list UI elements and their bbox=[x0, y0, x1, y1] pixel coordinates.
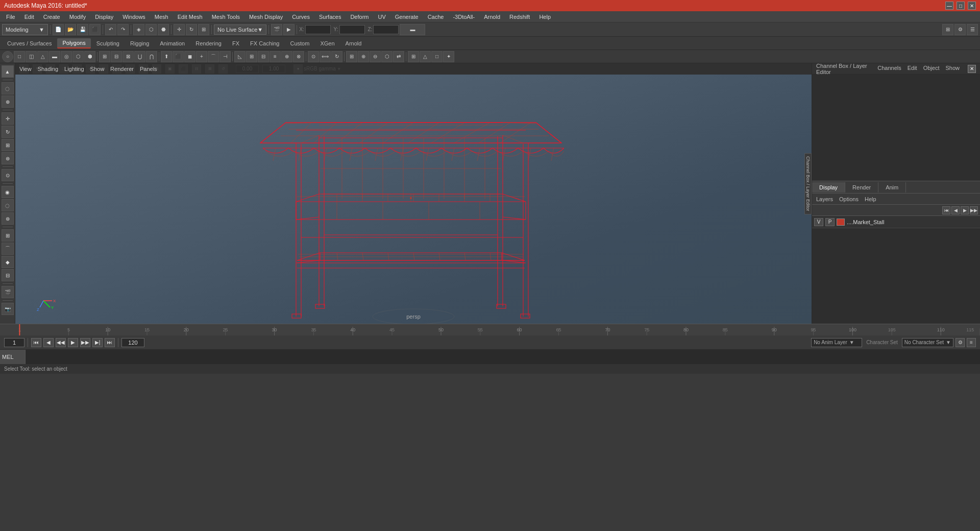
script-input-field[interactable] bbox=[26, 350, 980, 364]
options-menu[interactable]: Options bbox=[839, 196, 859, 202]
show-tab[interactable]: Show bbox=[945, 65, 960, 73]
boolean-union-btn[interactable]: ⋃ bbox=[134, 51, 145, 62]
layer-visibility-btn[interactable]: V bbox=[814, 218, 823, 226]
save-scene-btn[interactable]: ⬛ bbox=[89, 24, 101, 35]
menu-mesh-display[interactable]: Mesh Display bbox=[245, 13, 287, 21]
sphere-btn[interactable]: ○ bbox=[2, 51, 13, 62]
pipe-btn[interactable]: ⬢ bbox=[84, 51, 95, 62]
insert-edge-loop-btn[interactable]: ⊟ bbox=[258, 51, 269, 62]
menu-mesh[interactable]: Mesh bbox=[151, 13, 173, 21]
menu-display[interactable]: Display bbox=[91, 13, 117, 21]
object-tab[interactable]: Object bbox=[923, 65, 940, 73]
close-button[interactable]: ✕ bbox=[968, 2, 976, 10]
cluster-btn[interactable]: ⊛ bbox=[2, 212, 14, 225]
play-back-btn[interactable]: ◀◀ bbox=[56, 338, 66, 347]
tab-sculpting[interactable]: Sculpting bbox=[91, 39, 125, 48]
universal-tool-btn[interactable]: ⊛ bbox=[2, 152, 14, 164]
tab-xgen[interactable]: XGen bbox=[315, 39, 339, 48]
menu-edit-mesh[interactable]: Edit Mesh bbox=[174, 13, 207, 21]
menu-3dtoall[interactable]: -3DtoAll- bbox=[449, 13, 479, 21]
character-set-dropdown[interactable]: No Character Set ▼ bbox=[902, 338, 953, 347]
menu-modify[interactable]: Modify bbox=[65, 13, 90, 21]
menu-file[interactable]: File bbox=[2, 13, 19, 21]
snap-btn[interactable]: ▬ bbox=[400, 24, 425, 35]
paint-select-tool-btn[interactable]: ⊕ bbox=[2, 95, 14, 108]
menu-mesh-tools[interactable]: Mesh Tools bbox=[208, 13, 244, 21]
show-manip-btn[interactable]: ⊙ bbox=[2, 169, 14, 181]
ipr-render-btn[interactable]: ▶ bbox=[283, 24, 295, 35]
anim-prefs-btn[interactable]: ≡ bbox=[967, 338, 976, 347]
cleanup-btn[interactable]: ✦ bbox=[443, 51, 454, 62]
torus-btn[interactable]: ◎ bbox=[61, 51, 72, 62]
select-components-btn[interactable]: ⊞ bbox=[346, 51, 357, 62]
show-menu[interactable]: Show bbox=[90, 66, 105, 72]
shading-menu[interactable]: Shading bbox=[38, 66, 58, 72]
move-tool-btn[interactable]: ✛ bbox=[174, 24, 185, 35]
go-to-start-btn[interactable]: ⏮ bbox=[31, 338, 41, 347]
play-forward-btn[interactable]: ▶ bbox=[68, 338, 78, 347]
mirror-btn[interactable]: ⊣ bbox=[219, 51, 231, 62]
rewind-layers-btn[interactable]: ⏮ bbox=[942, 206, 950, 214]
play-forward-btn2[interactable]: ▶▶ bbox=[80, 338, 90, 347]
minimize-button[interactable]: — bbox=[945, 2, 953, 10]
lasso-tool-btn[interactable]: ◌ bbox=[2, 82, 14, 94]
redo-btn[interactable]: ↷ bbox=[117, 24, 129, 35]
sculpt-btn[interactable]: ◌ bbox=[2, 199, 14, 211]
tab-fx[interactable]: FX bbox=[227, 39, 244, 48]
channel-side-tab[interactable]: Channel Box / Layer Editor bbox=[804, 153, 812, 214]
tab-animation[interactable]: Animation bbox=[155, 39, 190, 48]
save-file-btn[interactable]: 💾 bbox=[77, 24, 88, 35]
edge-loop-btn[interactable]: ⊞ bbox=[246, 51, 257, 62]
tab-fx-caching[interactable]: FX Caching bbox=[245, 39, 284, 48]
no-anim-layer-dropdown[interactable]: No Anim Layer ▼ bbox=[811, 338, 862, 347]
tab-rigging[interactable]: Rigging bbox=[125, 39, 154, 48]
collapse-btn[interactable]: ⊕ bbox=[281, 51, 292, 62]
render-btn[interactable]: 🎬 bbox=[271, 24, 282, 35]
menu-surfaces[interactable]: Surfaces bbox=[315, 13, 345, 21]
tab-custom[interactable]: Custom bbox=[285, 39, 315, 48]
prism-btn[interactable]: ⬡ bbox=[72, 51, 84, 62]
move-tool-left-btn[interactable]: ✛ bbox=[2, 112, 14, 125]
tab-polygons[interactable]: Polygons bbox=[57, 38, 90, 49]
workspace-dropdown[interactable]: Modeling ▼ bbox=[2, 24, 48, 35]
menu-cache[interactable]: Cache bbox=[424, 13, 448, 21]
menu-curves[interactable]: Curves bbox=[288, 13, 314, 21]
quadrangulate-btn[interactable]: □ bbox=[431, 51, 443, 62]
cube-btn[interactable]: □ bbox=[14, 51, 25, 62]
renderer-menu[interactable]: Renderer bbox=[110, 66, 134, 72]
triangulate-btn[interactable]: △ bbox=[420, 51, 431, 62]
z-coord-input[interactable] bbox=[373, 25, 399, 34]
select-arrow-btn[interactable]: ▲ bbox=[2, 65, 14, 78]
render-icon-left-btn[interactable]: 🎬 bbox=[2, 286, 14, 298]
cylinder-btn[interactable]: ◫ bbox=[26, 51, 37, 62]
menu-redshift[interactable]: Redshift bbox=[505, 13, 534, 21]
menu-windows[interactable]: Windows bbox=[118, 13, 150, 21]
fill-hole-btn[interactable]: ◼ bbox=[184, 51, 195, 62]
menu-help[interactable]: Help bbox=[535, 13, 555, 21]
restore-button[interactable]: □ bbox=[957, 2, 965, 10]
y-coord-input[interactable] bbox=[339, 25, 365, 34]
3d-viewport[interactable]: .wire { stroke: #e8192c; stroke-width: 1… bbox=[15, 75, 812, 324]
panels-menu[interactable]: Panels bbox=[140, 66, 157, 72]
new-file-btn[interactable]: 📄 bbox=[53, 24, 64, 35]
no-live-surface-dropdown[interactable]: No Live Surface ▼ bbox=[214, 25, 266, 35]
script-type-selector[interactable]: MEL bbox=[0, 350, 26, 364]
menu-generate[interactable]: Generate bbox=[391, 13, 423, 21]
x-coord-input[interactable] bbox=[305, 25, 331, 34]
scale-tool-btn[interactable]: ⊞ bbox=[198, 24, 209, 35]
step-back-btn[interactable]: ◀ bbox=[43, 338, 54, 347]
extract-btn[interactable]: ⊠ bbox=[122, 51, 134, 62]
smooth-mesh-btn[interactable]: ⊞ bbox=[408, 51, 419, 62]
lighting-menu[interactable]: Lighting bbox=[64, 66, 84, 72]
scale-tool-left-btn[interactable]: ⊞ bbox=[2, 139, 14, 151]
menu-uv[interactable]: UV bbox=[374, 13, 389, 21]
select-border-btn[interactable]: ⬡ bbox=[381, 51, 393, 62]
undo-btn[interactable]: ↶ bbox=[105, 24, 116, 35]
soft-mod-btn[interactable]: ◉ bbox=[2, 186, 14, 198]
cone-btn[interactable]: △ bbox=[37, 51, 48, 62]
rotate-tool-left-btn[interactable]: ↻ bbox=[2, 126, 14, 138]
open-file-btn[interactable]: 📂 bbox=[65, 24, 76, 35]
timeline-ruler[interactable]: 1 5 10 15 20 25 30 35 40 45 50 55 bbox=[0, 324, 980, 335]
append-polygon-btn[interactable]: + bbox=[196, 51, 207, 62]
anim-tab[interactable]: Anim bbox=[878, 182, 906, 192]
